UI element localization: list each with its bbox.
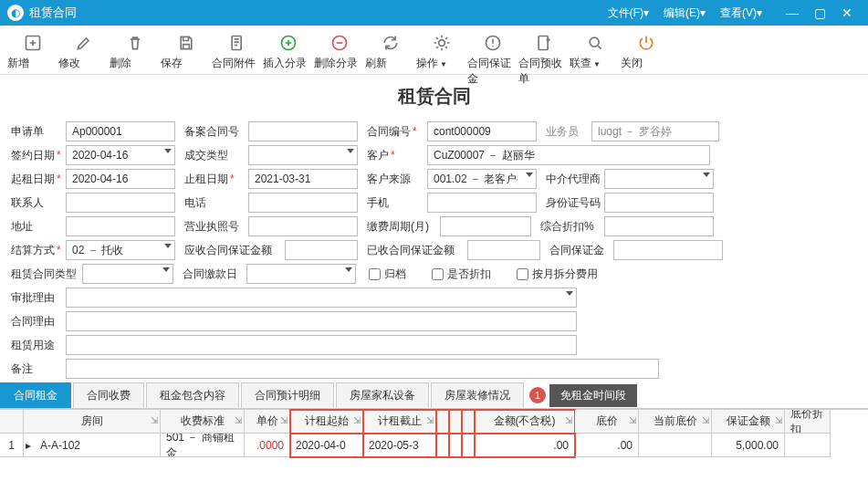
cell-g2[interactable] xyxy=(449,434,462,457)
toolbtn-edit[interactable]: 修改 xyxy=(58,29,110,74)
cell-end[interactable]: 2020-05-3 xyxy=(363,434,436,457)
tab-2[interactable]: 租金包含内容 xyxy=(146,382,239,408)
sign-date-input[interactable] xyxy=(66,145,175,165)
discount-label: 综合折扣% xyxy=(540,219,604,235)
toolbar: 新增修改删除保存合同附件插入分录删除分录刷新操作▼合同保证金合同预收单联查▼关闭 xyxy=(0,26,868,75)
tab-5[interactable]: 房屋装修情况 xyxy=(431,382,524,408)
addr-input[interactable] xyxy=(66,216,175,236)
approve-label: 审批理由 xyxy=(11,290,66,306)
mobile-input[interactable] xyxy=(427,193,537,213)
cell-curbase[interactable] xyxy=(639,434,712,457)
toolbtn-save[interactable]: 保存 xyxy=(161,29,212,74)
trash-icon xyxy=(110,32,161,54)
toolbtn-ops[interactable]: 操作▼ xyxy=(416,29,467,74)
rent-end-input[interactable] xyxy=(248,169,358,189)
toolbtn-label: 新增 xyxy=(7,56,62,71)
paycycle-input[interactable] xyxy=(440,216,531,236)
idcard-input[interactable] xyxy=(604,193,714,213)
tab-3[interactable]: 合同预计明细 xyxy=(241,382,334,408)
svg-point-4 xyxy=(439,40,445,47)
usage-label: 租赁用途 xyxy=(11,338,66,353)
toolbtn-label: 修改 xyxy=(58,56,113,71)
attach-icon xyxy=(212,32,263,54)
toolbtn-circle-minus[interactable]: 删除分录 xyxy=(314,29,365,74)
toolbtn-attach[interactable]: 合同附件 xyxy=(212,29,263,74)
cell-baseprice[interactable]: .00 xyxy=(575,434,639,457)
paydate-input[interactable] xyxy=(246,264,356,284)
cell-g3[interactable] xyxy=(462,434,475,457)
tab-1[interactable]: 合同收费 xyxy=(73,382,144,408)
toolbtn-circle-plus[interactable]: 插入分录 xyxy=(263,29,314,74)
close-button[interactable]: ✕ xyxy=(833,5,861,20)
cell-price[interactable]: .0000 xyxy=(245,434,290,457)
split-checkbox[interactable]: 按月拆分费用 xyxy=(513,266,598,283)
cust-src-input[interactable] xyxy=(427,169,537,189)
toolbtn-refresh[interactable]: 刷新 xyxy=(365,29,416,74)
phone-input[interactable] xyxy=(248,193,358,213)
cell-start[interactable]: 2020-04-0 xyxy=(290,434,363,457)
col-start: 计租起始⇲ xyxy=(290,410,363,434)
grid-row[interactable]: 1 ▸A-A-102 501 － 商铺租金 .0000 2020-04-0 20… xyxy=(0,434,868,457)
type-label: 租赁合同类型 xyxy=(11,267,82,282)
rent-start-input[interactable] xyxy=(66,169,175,189)
toolbtn-doc-plus[interactable]: 合同预收单 xyxy=(518,29,570,74)
menu-view[interactable]: 查看(V)▾ xyxy=(720,5,762,21)
deposit-rcv-label: 已收合同保证金额 xyxy=(367,243,467,258)
toolbtn-shield[interactable]: 合同保证金 xyxy=(467,29,518,74)
toolbtn-label: 删除 xyxy=(110,56,164,71)
discount-checkbox[interactable]: 是否折扣 xyxy=(428,266,491,283)
maximize-button[interactable]: ▢ xyxy=(806,5,833,20)
toolbtn-label: 刷新 xyxy=(365,56,420,71)
customer-input[interactable] xyxy=(427,145,710,165)
reason-label: 合同理由 xyxy=(11,314,66,329)
cell-depositamt[interactable]: 5,000.00 xyxy=(712,434,785,457)
tab-0[interactable]: 合同租金 xyxy=(0,382,71,408)
col-price: 单价⇲ xyxy=(245,410,290,434)
toolbtn-search[interactable]: 联查▼ xyxy=(570,29,621,74)
toolbtn-power[interactable]: 关闭 xyxy=(621,29,672,74)
deposit-input[interactable] xyxy=(613,240,723,260)
usage-input[interactable] xyxy=(66,335,577,355)
toolbtn-plus-sq[interactable]: 新增 xyxy=(7,29,58,74)
col-amount: 金额(不含税)⇲ xyxy=(475,410,575,434)
contact-input[interactable] xyxy=(66,193,175,213)
deal-type-input[interactable] xyxy=(248,145,358,165)
grid: 房间⇲ 收费标准⇲ 单价⇲ 计租起始⇲ 计租截止⇲ 金额(不含税)⇲ 底价⇲ 当… xyxy=(0,409,868,457)
salesman-input xyxy=(591,121,719,141)
agent-input[interactable] xyxy=(604,169,714,189)
cell-std[interactable]: 501 － 商铺租金 xyxy=(161,434,245,457)
discount-input[interactable] xyxy=(604,216,714,236)
settle-input[interactable] xyxy=(66,240,175,260)
menu-edit[interactable]: 编辑(E)▾ xyxy=(664,5,706,21)
apply-no-input[interactable] xyxy=(66,121,175,141)
freerent-label[interactable]: 免租金时间段 xyxy=(549,384,637,407)
col-curbase: 当前底价⇲ xyxy=(639,410,712,434)
toolbtn-trash[interactable]: 删除 xyxy=(110,29,161,74)
badge-count: 1 xyxy=(529,387,546,403)
settle-label: 结算方式 xyxy=(11,243,66,258)
col-gap2 xyxy=(449,410,462,434)
filing-label: 备案合同号 xyxy=(184,124,248,140)
cell-amount[interactable]: .00 xyxy=(475,434,575,457)
col-baseprice: 底价⇲ xyxy=(575,410,639,434)
page-title: 租赁合同 xyxy=(0,84,868,109)
cell-room[interactable]: ▸A-A-102 xyxy=(24,434,161,457)
menu-file[interactable]: 文件(F)▾ xyxy=(608,5,649,21)
type-input[interactable] xyxy=(82,264,173,284)
remark-input[interactable] xyxy=(66,359,659,379)
contract-no-input[interactable] xyxy=(427,121,537,141)
filing-input[interactable] xyxy=(248,121,358,141)
tab-4[interactable]: 房屋家私设备 xyxy=(336,382,429,408)
minimize-button[interactable]: — xyxy=(779,5,806,20)
archive-checkbox[interactable]: 归档 xyxy=(365,266,406,283)
toolbtn-label: 关闭 xyxy=(621,56,675,71)
deposit-due-input[interactable] xyxy=(285,240,358,260)
cell-basedisc[interactable] xyxy=(785,434,831,457)
deposit-rcv-input[interactable] xyxy=(467,240,540,260)
reason-input[interactable] xyxy=(66,311,577,331)
paydate-label: 合同缴款日 xyxy=(183,267,246,282)
approve-input[interactable] xyxy=(66,288,577,308)
col-end: 计租截止⇲ xyxy=(363,410,436,434)
license-input[interactable] xyxy=(248,216,358,236)
cell-g1[interactable] xyxy=(436,434,449,457)
